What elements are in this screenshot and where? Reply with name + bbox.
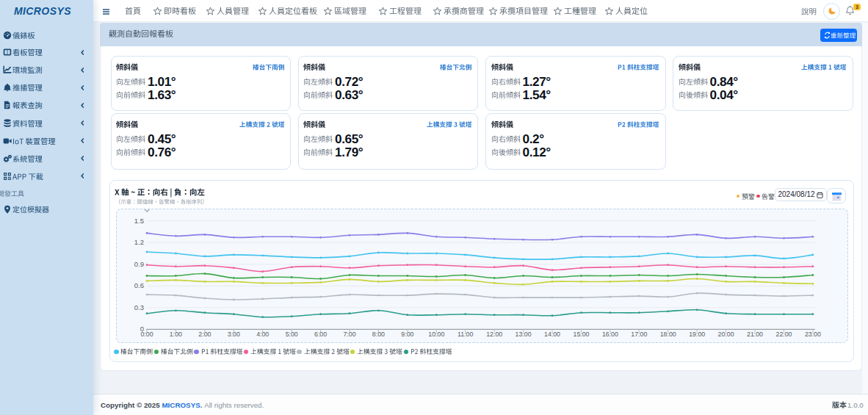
- svg-text:7:00: 7:00: [343, 331, 355, 338]
- svg-text:10:00: 10:00: [428, 331, 444, 338]
- svg-text:1.2: 1.2: [134, 238, 144, 246]
- svg-text:0.9: 0.9: [134, 260, 144, 268]
- svg-text:19:00: 19:00: [689, 331, 705, 338]
- svg-text:1.5: 1.5: [134, 217, 144, 225]
- svg-text:2:00: 2:00: [198, 331, 211, 338]
- svg-text:9:00: 9:00: [401, 331, 413, 338]
- svg-text:1:00: 1:00: [170, 331, 182, 338]
- svg-text:15:00: 15:00: [573, 331, 589, 338]
- svg-text:17:00: 17:00: [631, 331, 647, 338]
- svg-text:13:00: 13:00: [516, 331, 532, 338]
- svg-text:3:00: 3:00: [228, 331, 240, 338]
- svg-text:23:00: 23:00: [805, 331, 821, 338]
- svg-text:20:00: 20:00: [718, 331, 734, 338]
- svg-text:5:00: 5:00: [286, 331, 298, 338]
- svg-text:21:00: 21:00: [747, 331, 763, 338]
- svg-text:6:00: 6:00: [314, 331, 327, 338]
- svg-text:8:00: 8:00: [372, 331, 385, 338]
- svg-text:16:00: 16:00: [602, 331, 618, 338]
- svg-text:0.3: 0.3: [134, 303, 144, 311]
- svg-text:12:00: 12:00: [486, 331, 502, 338]
- svg-text:18:00: 18:00: [660, 331, 676, 338]
- svg-text:14:00: 14:00: [544, 331, 560, 338]
- svg-text:0:00: 0:00: [140, 331, 153, 338]
- svg-text:11:00: 11:00: [457, 331, 473, 338]
- svg-text:22:00: 22:00: [775, 331, 792, 338]
- svg-text:0.6: 0.6: [134, 281, 144, 289]
- svg-text:4:00: 4:00: [256, 331, 269, 338]
